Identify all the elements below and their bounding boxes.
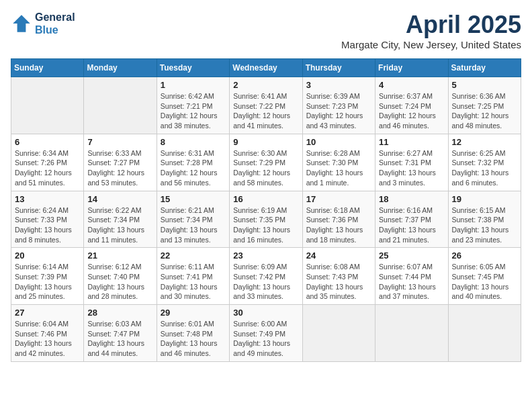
weekday-header: Saturday [448, 59, 521, 77]
calendar-cell: 27Sunrise: 6:04 AMSunset: 7:46 PMDayligh… [11, 305, 84, 362]
day-number: 4 [379, 80, 444, 90]
day-number: 30 [233, 308, 298, 318]
day-number: 7 [87, 137, 152, 147]
day-number: 20 [15, 250, 80, 261]
day-info: Sunrise: 6:41 AMSunset: 7:22 PMDaylight:… [233, 91, 298, 131]
day-number: 16 [233, 194, 298, 204]
calendar-week-row: 13Sunrise: 6:24 AMSunset: 7:33 PMDayligh… [11, 191, 521, 248]
day-info: Sunrise: 6:34 AMSunset: 7:26 PMDaylight:… [15, 148, 80, 188]
day-number: 12 [452, 137, 517, 147]
calendar-cell: 23Sunrise: 6:09 AMSunset: 7:42 PMDayligh… [230, 248, 302, 305]
weekday-header: Tuesday [157, 59, 229, 77]
calendar-cell: 25Sunrise: 6:07 AMSunset: 7:44 PMDayligh… [375, 248, 448, 305]
day-info: Sunrise: 6:27 AMSunset: 7:31 PMDaylight:… [379, 148, 444, 188]
calendar-cell [11, 77, 84, 134]
calendar-cell [448, 305, 521, 362]
day-info: Sunrise: 6:21 AMSunset: 7:34 PMDaylight:… [161, 205, 226, 245]
day-info: Sunrise: 6:18 AMSunset: 7:36 PMDaylight:… [306, 205, 371, 245]
day-info: Sunrise: 6:16 AMSunset: 7:37 PMDaylight:… [379, 205, 444, 245]
weekday-header: Thursday [302, 59, 375, 77]
day-info: Sunrise: 6:03 AMSunset: 7:47 PMDaylight:… [87, 319, 152, 359]
day-info: Sunrise: 6:07 AMSunset: 7:44 PMDaylight:… [379, 262, 444, 302]
day-info: Sunrise: 6:08 AMSunset: 7:43 PMDaylight:… [306, 262, 371, 302]
day-number: 27 [15, 308, 80, 318]
logo-icon [11, 13, 32, 34]
day-number: 25 [379, 250, 444, 261]
weekday-header: Sunday [11, 59, 84, 77]
day-number: 18 [379, 194, 444, 204]
day-number: 8 [161, 137, 226, 147]
day-number: 17 [306, 194, 371, 204]
calendar-subtitle: Margate City, New Jersey, United States [341, 39, 521, 50]
calendar-cell: 3Sunrise: 6:39 AMSunset: 7:23 PMDaylight… [302, 77, 375, 134]
calendar-cell: 17Sunrise: 6:18 AMSunset: 7:36 PMDayligh… [302, 191, 375, 248]
weekday-header: Monday [84, 59, 157, 77]
calendar-cell: 20Sunrise: 6:14 AMSunset: 7:39 PMDayligh… [11, 248, 84, 305]
calendar-cell: 9Sunrise: 6:30 AMSunset: 7:29 PMDaylight… [230, 134, 302, 191]
day-number: 3 [306, 80, 371, 90]
calendar-cell: 8Sunrise: 6:31 AMSunset: 7:28 PMDaylight… [157, 134, 229, 191]
day-number: 9 [233, 137, 298, 147]
calendar-week-row: 6Sunrise: 6:34 AMSunset: 7:26 PMDaylight… [11, 134, 521, 191]
day-number: 6 [15, 137, 80, 147]
day-info: Sunrise: 6:22 AMSunset: 7:34 PMDaylight:… [87, 205, 152, 245]
svg-marker-0 [13, 15, 30, 32]
day-info: Sunrise: 6:31 AMSunset: 7:28 PMDaylight:… [161, 148, 226, 188]
day-info: Sunrise: 6:09 AMSunset: 7:42 PMDaylight:… [233, 262, 298, 302]
calendar-cell [375, 305, 448, 362]
day-info: Sunrise: 6:25 AMSunset: 7:32 PMDaylight:… [452, 148, 517, 188]
day-info: Sunrise: 6:30 AMSunset: 7:29 PMDaylight:… [233, 148, 298, 188]
day-number: 19 [452, 194, 517, 204]
day-info: Sunrise: 6:39 AMSunset: 7:23 PMDaylight:… [306, 91, 371, 131]
calendar-cell: 22Sunrise: 6:11 AMSunset: 7:41 PMDayligh… [157, 248, 229, 305]
page-header: General Blue April 2025 Margate City, Ne… [11, 11, 521, 50]
calendar-header-row: SundayMondayTuesdayWednesdayThursdayFrid… [11, 59, 521, 77]
title-block: April 2025 Margate City, New Jersey, Uni… [341, 11, 521, 50]
calendar-cell: 30Sunrise: 6:00 AMSunset: 7:49 PMDayligh… [230, 305, 302, 362]
day-info: Sunrise: 6:04 AMSunset: 7:46 PMDaylight:… [15, 319, 80, 359]
day-number: 29 [161, 308, 226, 318]
day-number: 23 [233, 250, 298, 261]
day-number: 2 [233, 80, 298, 90]
day-info: Sunrise: 6:05 AMSunset: 7:45 PMDaylight:… [452, 262, 517, 302]
calendar-cell: 19Sunrise: 6:15 AMSunset: 7:38 PMDayligh… [448, 191, 521, 248]
calendar-week-row: 1Sunrise: 6:42 AMSunset: 7:21 PMDaylight… [11, 77, 521, 134]
day-number: 24 [306, 250, 371, 261]
calendar-cell [84, 77, 157, 134]
day-number: 11 [379, 137, 444, 147]
day-number: 5 [452, 80, 517, 90]
day-info: Sunrise: 6:11 AMSunset: 7:41 PMDaylight:… [161, 262, 226, 302]
day-info: Sunrise: 6:12 AMSunset: 7:40 PMDaylight:… [87, 262, 152, 302]
calendar-week-row: 27Sunrise: 6:04 AMSunset: 7:46 PMDayligh… [11, 305, 521, 362]
calendar-cell: 2Sunrise: 6:41 AMSunset: 7:22 PMDaylight… [230, 77, 302, 134]
day-number: 21 [87, 250, 152, 261]
day-info: Sunrise: 6:01 AMSunset: 7:48 PMDaylight:… [161, 319, 226, 359]
day-info: Sunrise: 6:28 AMSunset: 7:30 PMDaylight:… [306, 148, 371, 188]
calendar-cell: 7Sunrise: 6:33 AMSunset: 7:27 PMDaylight… [84, 134, 157, 191]
day-info: Sunrise: 6:33 AMSunset: 7:27 PMDaylight:… [87, 148, 152, 188]
day-info: Sunrise: 6:19 AMSunset: 7:35 PMDaylight:… [233, 205, 298, 245]
calendar-cell: 16Sunrise: 6:19 AMSunset: 7:35 PMDayligh… [230, 191, 302, 248]
day-info: Sunrise: 6:14 AMSunset: 7:39 PMDaylight:… [15, 262, 80, 302]
day-info: Sunrise: 6:00 AMSunset: 7:49 PMDaylight:… [233, 319, 298, 359]
day-info: Sunrise: 6:37 AMSunset: 7:24 PMDaylight:… [379, 91, 444, 131]
calendar-cell: 6Sunrise: 6:34 AMSunset: 7:26 PMDaylight… [11, 134, 84, 191]
calendar-cell: 14Sunrise: 6:22 AMSunset: 7:34 PMDayligh… [84, 191, 157, 248]
calendar-cell [302, 305, 375, 362]
calendar-cell: 10Sunrise: 6:28 AMSunset: 7:30 PMDayligh… [302, 134, 375, 191]
logo: General Blue [11, 11, 75, 36]
calendar-cell: 12Sunrise: 6:25 AMSunset: 7:32 PMDayligh… [448, 134, 521, 191]
calendar-cell: 21Sunrise: 6:12 AMSunset: 7:40 PMDayligh… [84, 248, 157, 305]
day-number: 28 [87, 308, 152, 318]
calendar-cell: 1Sunrise: 6:42 AMSunset: 7:21 PMDaylight… [157, 77, 229, 134]
weekday-header: Wednesday [230, 59, 302, 77]
calendar-week-row: 20Sunrise: 6:14 AMSunset: 7:39 PMDayligh… [11, 248, 521, 305]
day-number: 14 [87, 194, 152, 204]
day-info: Sunrise: 6:42 AMSunset: 7:21 PMDaylight:… [161, 91, 226, 131]
logo-text: General Blue [35, 11, 75, 36]
calendar-cell: 18Sunrise: 6:16 AMSunset: 7:37 PMDayligh… [375, 191, 448, 248]
day-number: 1 [161, 80, 226, 90]
calendar-table: SundayMondayTuesdayWednesdayThursdayFrid… [11, 58, 521, 362]
day-info: Sunrise: 6:24 AMSunset: 7:33 PMDaylight:… [15, 205, 80, 245]
day-number: 26 [452, 250, 517, 261]
